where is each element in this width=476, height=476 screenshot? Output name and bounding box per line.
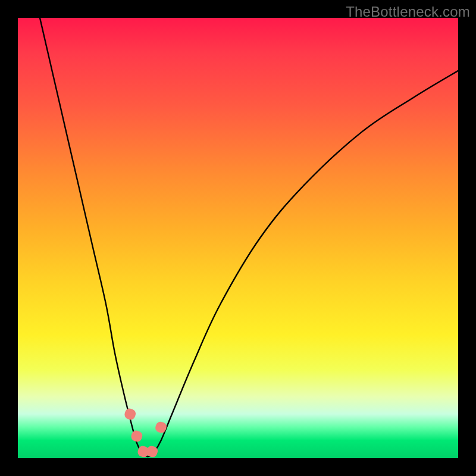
- chart-frame: TheBottleneck.com: [0, 0, 476, 476]
- dot-left-mid: [130, 430, 143, 443]
- dot-right-upper: [154, 421, 168, 434]
- bottleneck-curve: [40, 18, 458, 456]
- dot-left-upper: [123, 408, 137, 421]
- curve-markers: [123, 408, 167, 458]
- plot-area: [18, 18, 458, 458]
- curve-svg: [18, 18, 458, 458]
